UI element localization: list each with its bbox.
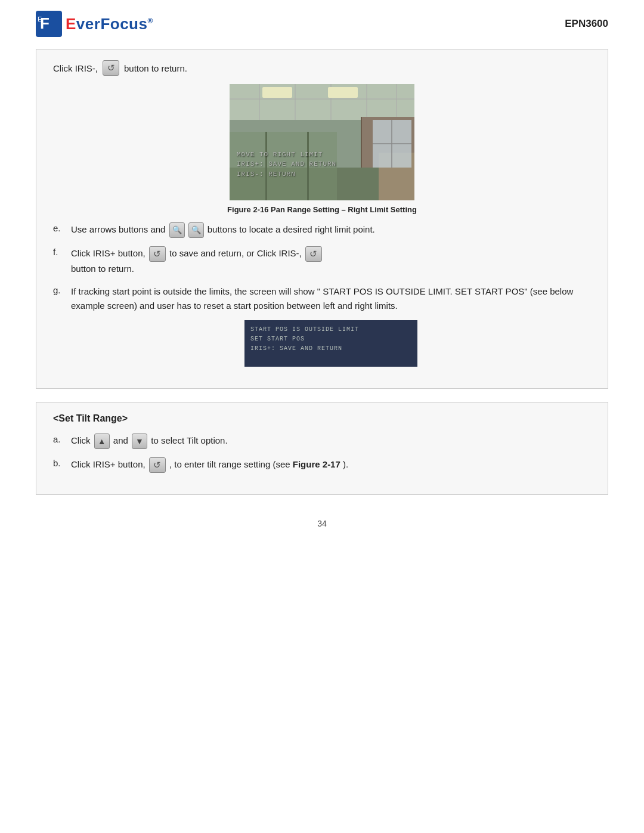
intro-line: Click IRIS-, ↺ button to return. xyxy=(53,60,591,76)
iris-minus-icon: ↺ xyxy=(103,60,119,76)
intro-text2: button to return. xyxy=(124,63,187,73)
list-item-b: b. Click IRIS+ button, ↺ , to enter tilt… xyxy=(53,457,591,473)
item-b-text2: , to enter tilt range setting (see xyxy=(169,459,290,469)
item-g-label: g. xyxy=(53,284,71,295)
main-content: Click IRIS-, ↺ button to return. xyxy=(0,43,644,552)
item-g-content: If tracking start point is outside the l… xyxy=(71,284,591,367)
camera-screenshot-outside-limit: START POS IS OUTSIDE LIMIT SET START POS… xyxy=(244,320,417,367)
camera-overlay-text: MOVE TO RIGHT LIMIT IRIS+: SAVE AND RETU… xyxy=(237,150,336,179)
svg-text:E: E xyxy=(38,16,42,23)
zoom-out-icon: 🔍 xyxy=(188,222,204,238)
item-b-text3: ). xyxy=(343,459,348,469)
iris-plus-save-icon: ↺ xyxy=(149,246,166,262)
intro-text: Click IRIS-, xyxy=(53,63,98,73)
list-item-g: g. If tracking start point is outside th… xyxy=(53,284,591,367)
item-f-text3: button to return. xyxy=(71,264,134,274)
item-f-text2: to save and return, or Click IRIS-, xyxy=(169,248,302,258)
list-item-e: e. Use arrows buttons and 🔍 🔍 buttons to… xyxy=(53,222,591,238)
item-a-content: Click ▲ and ▼ to select Tilt option. xyxy=(71,433,591,449)
zoom-in-icon: 🔍 xyxy=(169,222,185,238)
item-e-text1: Use arrows buttons and xyxy=(71,224,165,234)
svg-rect-12 xyxy=(328,87,358,98)
item-a-text1: Click xyxy=(71,435,91,445)
everfocus-logo-icon: F E xyxy=(36,11,62,37)
item-a-label: a. xyxy=(53,433,71,444)
model-name: EPN3600 xyxy=(565,18,608,30)
item-f-text1: Click IRIS+ button, xyxy=(71,248,145,258)
item-a-text2: and xyxy=(113,435,128,445)
svg-rect-4 xyxy=(230,84,414,120)
item-a-text3: to select Tilt option. xyxy=(151,435,227,445)
item-f-content: Click IRIS+ button, ↺ to save and return… xyxy=(71,246,591,276)
item-f-label: f. xyxy=(53,246,71,257)
item-e-label: e. xyxy=(53,222,71,233)
logo-wordmark: EverFocus® xyxy=(66,15,153,33)
item-b-content: Click IRIS+ button, ↺ , to enter tilt ra… xyxy=(71,457,591,473)
item-b-text1: Click IRIS+ button, xyxy=(71,459,145,469)
tilt-range-heading: <Set Tilt Range> xyxy=(53,413,591,424)
svg-rect-11 xyxy=(262,87,292,98)
page-number: 34 xyxy=(36,519,608,528)
item-b-label: b. xyxy=(53,457,71,468)
section-pan-range: Click IRIS-, ↺ button to return. xyxy=(36,49,608,389)
zoom-icons: 🔍 🔍 xyxy=(168,222,205,238)
section-tilt-range: <Set Tilt Range> a. Click ▲ and ▼ to sel… xyxy=(36,402,608,495)
down-arrow-icon: ▼ xyxy=(132,433,147,449)
item-e-text2: buttons to locate a desired right limit … xyxy=(208,224,375,234)
item-g-text: If tracking start point is outside the l… xyxy=(71,286,573,311)
iris-plus-tilt-icon: ↺ xyxy=(149,457,166,473)
page-header: F E EverFocus® EPN3600 xyxy=(0,0,644,43)
camera-overlay-text2: START POS IS OUTSIDE LIMIT SET START POS… xyxy=(250,325,359,354)
list-item-f: f. Click IRIS+ button, ↺ to save and ret… xyxy=(53,246,591,276)
camera-screenshot-pan: MOVE TO RIGHT LIMIT IRIS+: SAVE AND RETU… xyxy=(230,84,414,200)
list-item-a: a. Click ▲ and ▼ to select Tilt option. xyxy=(53,433,591,449)
item-b-figure-ref: Figure 2-17 xyxy=(293,459,340,469)
iris-minus-return-icon: ↺ xyxy=(305,246,322,262)
item-e-content: Use arrows buttons and 🔍 🔍 buttons to lo… xyxy=(71,222,591,238)
fig-caption-pan: Figure 2-16 Pan Range Setting – Right Li… xyxy=(53,205,591,214)
logo: F E EverFocus® xyxy=(36,11,153,37)
up-arrow-icon: ▲ xyxy=(94,433,110,449)
